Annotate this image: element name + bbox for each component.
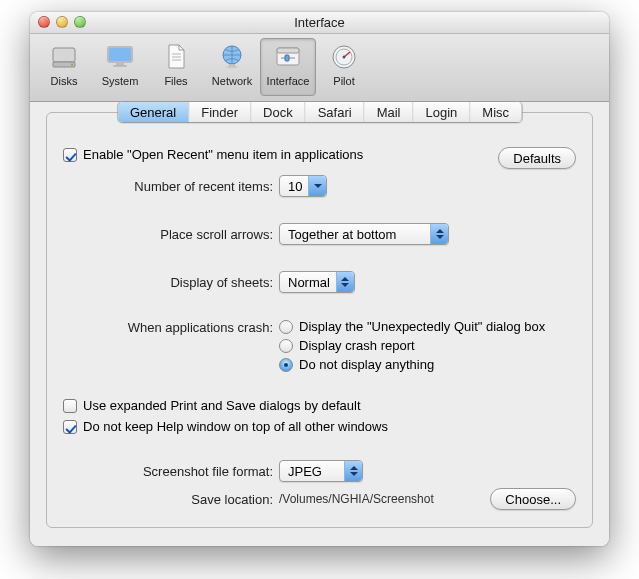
close-button[interactable]: [38, 16, 50, 28]
svg-rect-14: [277, 48, 299, 53]
save-location-value: /Volumes/NGHIA/Screenshot: [279, 492, 434, 506]
defaults-button[interactable]: Defaults: [498, 147, 576, 169]
svg-point-2: [71, 64, 73, 66]
tab-bar: General Finder Dock Safari Mail Login Mi…: [117, 101, 522, 123]
screenshot-format-popup[interactable]: JPEG: [279, 460, 363, 482]
tab-misc[interactable]: Misc: [470, 102, 521, 122]
toolbar-label: Interface: [267, 75, 310, 87]
svg-rect-0: [53, 48, 75, 62]
screenshot-format-label: Screenshot file format:: [63, 464, 279, 479]
updown-icon: [344, 461, 362, 481]
chevron-down-icon: [308, 176, 326, 196]
crash-option-label: Do not display anything: [299, 357, 434, 372]
updown-icon: [336, 272, 354, 292]
recent-items-popup[interactable]: 10: [279, 175, 327, 197]
crash-label: When applications crash:: [63, 319, 279, 335]
sheets-value: Normal: [288, 275, 336, 290]
tab-login[interactable]: Login: [414, 102, 471, 122]
choose-button[interactable]: Choose...: [490, 488, 576, 510]
slider-icon: [272, 41, 304, 73]
preferences-window: Interface Disks System Files: [30, 12, 609, 546]
toolbar-item-pilot[interactable]: Pilot: [316, 38, 372, 96]
svg-point-20: [343, 56, 346, 59]
tab-safari[interactable]: Safari: [306, 102, 365, 122]
screenshot-format-value: JPEG: [288, 464, 344, 479]
toolbar-item-network[interactable]: Network: [204, 38, 260, 96]
enable-open-recent-label: Enable "Open Recent" menu item in applic…: [83, 147, 363, 162]
updown-icon: [430, 224, 448, 244]
tab-finder[interactable]: Finder: [189, 102, 251, 122]
crash-radio-report[interactable]: [279, 339, 293, 353]
toolbar-label: Pilot: [333, 75, 354, 87]
zoom-button[interactable]: [74, 16, 86, 28]
svg-rect-5: [116, 63, 124, 65]
expanded-dialogs-checkbox[interactable]: [63, 399, 77, 413]
toolbar-label: System: [102, 75, 139, 87]
window-title: Interface: [294, 15, 345, 30]
svg-rect-6: [113, 65, 127, 67]
svg-point-12: [226, 66, 238, 69]
globe-icon: [216, 41, 248, 73]
scroll-arrows-label: Place scroll arrows:: [63, 227, 279, 242]
help-on-top-label: Do not keep Help window on top of all ot…: [83, 419, 388, 434]
toolbar-item-system[interactable]: System: [92, 38, 148, 96]
tab-dock[interactable]: Dock: [251, 102, 306, 122]
recent-items-value: 10: [288, 179, 308, 194]
crash-radio-none[interactable]: [279, 358, 293, 372]
crash-option-label: Display crash report: [299, 338, 415, 353]
toolbar: Disks System Files Network: [30, 34, 609, 102]
toolbar-item-disks[interactable]: Disks: [36, 38, 92, 96]
tab-mail[interactable]: Mail: [365, 102, 414, 122]
toolbar-item-interface[interactable]: Interface: [260, 38, 316, 96]
toolbar-item-files[interactable]: Files: [148, 38, 204, 96]
toolbar-label: Disks: [51, 75, 78, 87]
help-on-top-checkbox[interactable]: [63, 420, 77, 434]
scroll-arrows-value: Together at bottom: [288, 227, 430, 242]
disk-icon: [48, 41, 80, 73]
scroll-arrows-popup[interactable]: Together at bottom: [279, 223, 449, 245]
titlebar: Interface: [30, 12, 609, 34]
sheets-popup[interactable]: Normal: [279, 271, 355, 293]
crash-option-label: Display the "Unexpectedly Quit" dialog b…: [299, 319, 545, 334]
enable-open-recent-checkbox[interactable]: [63, 148, 77, 162]
toolbar-label: Network: [212, 75, 252, 87]
recent-items-label: Number of recent items:: [83, 179, 279, 194]
window-controls: [38, 16, 86, 28]
crash-radio-dialog[interactable]: [279, 320, 293, 334]
tab-general[interactable]: General: [118, 102, 189, 122]
monitor-icon: [104, 41, 136, 73]
toolbar-label: Files: [164, 75, 187, 87]
svg-rect-3: [108, 47, 132, 62]
sheets-label: Display of sheets:: [63, 275, 279, 290]
general-panel: General Finder Dock Safari Mail Login Mi…: [46, 112, 593, 528]
file-icon: [160, 41, 192, 73]
gauge-icon: [328, 41, 360, 73]
save-location-label: Save location:: [63, 492, 279, 507]
minimize-button[interactable]: [56, 16, 68, 28]
svg-rect-16: [285, 55, 289, 61]
expanded-dialogs-label: Use expanded Print and Save dialogs by d…: [83, 398, 361, 413]
